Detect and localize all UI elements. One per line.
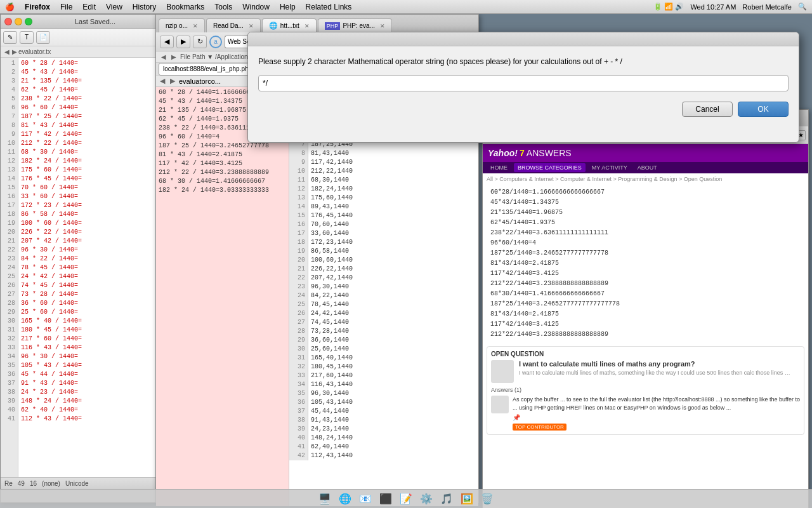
tab-php-close[interactable]: ✕ bbox=[380, 23, 385, 29]
minimize-button[interactable] bbox=[15, 18, 22, 25]
nav-fwd[interactable]: ▶ bbox=[11, 48, 18, 55]
dock-icon-mail[interactable]: 📧 bbox=[357, 490, 374, 508]
tab-read[interactable]: Read Da... ✕ bbox=[206, 18, 261, 32]
editor-window: Last Saved... ✎ T 📄 ◀ ▶ evaluator.tx 123… bbox=[0, 14, 157, 503]
dialog-message: Please supply 2 character Mathematical o… bbox=[258, 57, 789, 67]
dock-icon-prefs[interactable]: ⚙️ bbox=[417, 490, 435, 508]
dock-icon-firefox[interactable]: 🌐 bbox=[336, 490, 354, 508]
open-question-label: OPEN QUESTION bbox=[491, 351, 800, 358]
status-none: (none) bbox=[42, 480, 60, 487]
comma-row: 22207,42,1440 bbox=[289, 274, 478, 283]
editor-toolbar: ✎ T 📄 bbox=[1, 29, 157, 46]
comma-row: 42112,43,1440 bbox=[289, 451, 478, 460]
breadcrumb: All > Computers & Internet > Computer & … bbox=[487, 176, 804, 182]
dock-icon-itunes[interactable]: 🎵 bbox=[438, 490, 455, 508]
forward-button[interactable]: ▶ bbox=[176, 36, 190, 48]
menu-help[interactable]: Help bbox=[280, 3, 296, 11]
right-content-split: Yahoo! 7 ANSWERS HOME BROWSE CATEGORIES … bbox=[483, 144, 808, 508]
menu-file[interactable]: File bbox=[60, 3, 72, 11]
comma-row: 3924,23,1440 bbox=[289, 425, 478, 434]
filepath-fwd[interactable]: ▶ bbox=[170, 53, 178, 60]
nav-back[interactable]: ◀ bbox=[3, 48, 11, 55]
f2-fwd[interactable]: ▶ bbox=[169, 77, 176, 85]
cancel-button[interactable]: Cancel bbox=[682, 102, 733, 117]
maximize-button[interactable] bbox=[25, 18, 32, 25]
desktop: Last Saved... ✎ T 📄 ◀ ▶ evaluator.tx 123… bbox=[0, 14, 812, 508]
comma-row: 9117,42,1440 bbox=[289, 158, 478, 167]
tab-htt-close[interactable]: ✕ bbox=[304, 23, 310, 29]
toolbar-btn-2[interactable]: T bbox=[20, 31, 34, 44]
menu-bookmarks[interactable]: Bookmarks bbox=[166, 3, 204, 11]
comma-row: 13175,60,1440 bbox=[289, 194, 478, 203]
tab-read-label: Read Da... bbox=[213, 22, 244, 29]
dialog-input[interactable] bbox=[258, 75, 789, 91]
calc-results: 60*28/1440=1.1666666666666666745*43/1440… bbox=[487, 185, 804, 342]
menubar-icons: 🔋 📶 🔊 bbox=[653, 3, 684, 11]
apple-menu[interactable]: 🍎 bbox=[5, 3, 15, 11]
dialog-box: Please supply 2 character Mathematical o… bbox=[247, 32, 799, 143]
app-name[interactable]: Firefox bbox=[25, 3, 50, 11]
answer-text-area: As copy the buffer ... to see to the ful… bbox=[513, 396, 800, 431]
tab-php-label: PHP: eva... bbox=[343, 22, 375, 29]
comma-row: 15176,45,1440 bbox=[289, 211, 478, 220]
toolbar-btn-3[interactable]: 📄 bbox=[36, 31, 50, 44]
browser-mid-content: 60 * 28 / 1440=1.1666666666745 * 43 / 14… bbox=[156, 87, 478, 506]
right-calc-area: Yahoo! 7 ANSWERS HOME BROWSE CATEGORIES … bbox=[483, 144, 808, 508]
comma-row: 10212,22,1440 bbox=[289, 167, 478, 176]
answer-count: Answers (1) bbox=[491, 387, 800, 393]
menu-history[interactable]: History bbox=[133, 3, 156, 11]
yahoo-nav-about[interactable]: ABOUT bbox=[634, 163, 661, 172]
dock-icon-terminal[interactable]: ⬛ bbox=[377, 490, 395, 508]
calc-panel: 60 * 28 / 1440=1.1666666666745 * 43 / 14… bbox=[156, 87, 289, 506]
comma-row: 4162,40,1440 bbox=[289, 443, 478, 451]
f2-back[interactable]: ◀ bbox=[159, 77, 166, 85]
yahoo-logo: Yahoo! bbox=[488, 148, 518, 158]
toolbar-btn-1[interactable]: ✎ bbox=[3, 31, 17, 44]
comma-row: 1986,58,1440 bbox=[289, 247, 478, 256]
search-menubar-icon[interactable]: 🔍 bbox=[798, 3, 807, 11]
yahoo-nav-browse[interactable]: BROWSE CATEGORIES bbox=[514, 163, 586, 172]
comma-row: 3745,44,1440 bbox=[289, 407, 478, 416]
dock-icon-textedit[interactable]: 📝 bbox=[397, 490, 415, 508]
tab-htt-label: htt...txt bbox=[280, 22, 299, 29]
ok-button[interactable]: OK bbox=[738, 102, 789, 117]
dock-icon-trash[interactable]: 🗑️ bbox=[478, 490, 496, 508]
menu-window[interactable]: Window bbox=[242, 3, 270, 11]
filepath-back[interactable]: ◀ bbox=[160, 53, 167, 60]
comma-row: 3025,60,1440 bbox=[289, 345, 478, 354]
line-numbers: 1234567891011121314151617181920212223242… bbox=[1, 58, 18, 477]
comma-row: 2873,28,1440 bbox=[289, 327, 478, 336]
code-area[interactable]: 1234567891011121314151617181920212223242… bbox=[1, 58, 157, 477]
tab-read-close[interactable]: ✕ bbox=[249, 23, 254, 29]
tab-htt[interactable]: 🌐 htt...txt ✕ bbox=[262, 18, 317, 32]
yahoo-body: All > Computers & Internet > Computer & … bbox=[483, 173, 808, 438]
editor-titlebar: Last Saved... bbox=[1, 15, 157, 29]
yahoo-nav-activity[interactable]: MY ACTIVITY bbox=[588, 163, 631, 172]
comma-row: 32180,45,1440 bbox=[289, 363, 478, 371]
comma-row: 31165,40,1440 bbox=[289, 354, 478, 363]
menu-tools[interactable]: Tools bbox=[214, 3, 232, 11]
answer-section: OPEN QUESTION I want to calculate multi … bbox=[487, 346, 804, 435]
filepath-text: evaluator.tx bbox=[18, 48, 51, 55]
back-button[interactable]: ◀ bbox=[160, 36, 174, 48]
tab-nzip-close[interactable]: ✕ bbox=[193, 23, 198, 29]
comma-row: 2484,22,1440 bbox=[289, 291, 478, 300]
search-engine-icon[interactable]: a bbox=[209, 36, 222, 48]
answer-text: As copy the buffer ... to see to the ful… bbox=[513, 396, 800, 411]
yahoo-nav-home[interactable]: HOME bbox=[487, 163, 511, 172]
comma-row: 36105,43,1440 bbox=[289, 398, 478, 407]
dock-icon-finder[interactable]: 🖥️ bbox=[316, 490, 334, 508]
yahoo-nav: HOME BROWSE CATEGORIES MY ACTIVITY ABOUT bbox=[483, 162, 808, 173]
tab-nzip[interactable]: nzip o... ✕ bbox=[159, 18, 205, 32]
reload-button[interactable]: ↻ bbox=[193, 36, 207, 48]
comma-row: 2624,42,1440 bbox=[289, 309, 478, 318]
tab-php[interactable]: PHP PHP: eva... ✕ bbox=[318, 18, 392, 32]
menu-related-links[interactable]: Related Links bbox=[306, 3, 352, 11]
status-re: Re bbox=[4, 480, 13, 487]
dock-icon-photos[interactable]: 🖼️ bbox=[458, 490, 476, 508]
code-content[interactable]: 60 * 28 / 1440=45 * 43 / 1440=21 * 135 /… bbox=[18, 58, 157, 477]
menu-edit[interactable]: Edit bbox=[82, 3, 96, 11]
close-button[interactable] bbox=[4, 18, 12, 25]
menu-view[interactable]: View bbox=[106, 3, 122, 11]
question-body: I want to calculate multi lines of maths… bbox=[519, 370, 790, 376]
